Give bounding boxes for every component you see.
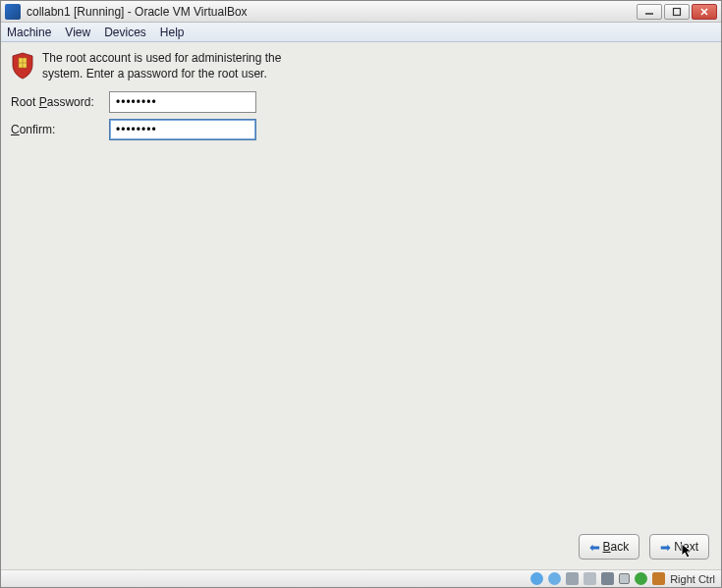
host-key-label: Right Ctrl <box>670 573 715 585</box>
statusbar: Right Ctrl <box>1 569 721 587</box>
root-password-label: Root Password: <box>11 95 109 109</box>
titlebar: collabn1 [Running] - Oracle VM VirtualBo… <box>1 1 721 23</box>
minimize-icon <box>644 8 654 16</box>
shield-icon <box>11 52 34 80</box>
close-icon <box>699 7 709 17</box>
status-shared-icon[interactable] <box>601 572 614 585</box>
intro-text: The root account is used for administeri… <box>42 50 286 81</box>
menu-view[interactable]: View <box>65 26 90 39</box>
virtualbox-icon <box>5 4 21 20</box>
nav-buttons: ⬅ Back ➡ Next <box>1 526 721 569</box>
window-controls <box>637 4 717 20</box>
status-hd-icon[interactable] <box>530 572 543 585</box>
minimize-button[interactable] <box>637 4 662 20</box>
next-label: Next <box>674 540 698 554</box>
window-title: collabn1 [Running] - Oracle VM VirtualBo… <box>25 5 633 19</box>
status-mouse-icon[interactable] <box>635 572 647 585</box>
password-form: Root Password: Confirm: <box>11 91 711 140</box>
maximize-icon <box>672 7 682 17</box>
next-button[interactable]: ➡ Next <box>649 534 709 560</box>
guest-screen: The root account is used for administeri… <box>1 42 721 569</box>
root-password-field[interactable] <box>109 91 256 113</box>
back-button[interactable]: ⬅ Back <box>579 534 640 560</box>
maximize-button[interactable] <box>664 4 690 20</box>
back-label: Back <box>603 540 630 554</box>
menu-machine[interactable]: Machine <box>7 26 51 39</box>
confirm-label: Confirm: <box>11 123 109 136</box>
status-display-icon[interactable] <box>619 573 630 584</box>
virtualbox-window: collabn1 [Running] - Oracle VM VirtualBo… <box>0 0 722 588</box>
menu-devices[interactable]: Devices <box>104 26 146 39</box>
confirm-field[interactable] <box>109 119 256 140</box>
status-usb-icon[interactable] <box>583 572 596 585</box>
menu-help[interactable]: Help <box>160 26 185 39</box>
menubar: Machine View Devices Help <box>1 23 721 42</box>
status-network-icon[interactable] <box>566 572 579 585</box>
svg-rect-1 <box>674 8 681 15</box>
arrow-right-icon: ➡ <box>660 540 671 555</box>
status-key-icon[interactable] <box>652 572 665 585</box>
close-button[interactable] <box>692 4 717 20</box>
arrow-left-icon: ⬅ <box>589 540 600 555</box>
intro-row: The root account is used for administeri… <box>11 50 286 81</box>
status-cd-icon[interactable] <box>548 572 561 585</box>
installer-content: The root account is used for administeri… <box>1 42 721 526</box>
